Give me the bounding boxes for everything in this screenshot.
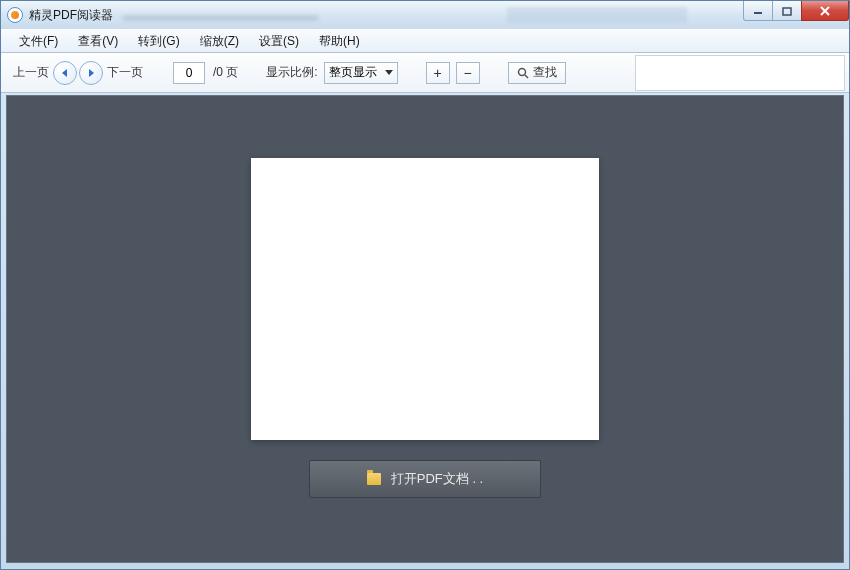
document-page <box>251 158 599 440</box>
open-pdf-button[interactable]: 打开PDF文档 . . <box>309 460 541 498</box>
zoom-select[interactable]: 整页显示 <box>324 62 398 84</box>
app-title: 精灵PDF阅读器 <box>29 7 113 24</box>
menu-zoom[interactable]: 缩放(Z) <box>190 30 249 53</box>
chevron-down-icon <box>385 70 393 75</box>
arrow-left-icon <box>59 67 71 79</box>
app-icon <box>7 7 23 23</box>
open-pdf-label: 打开PDF文档 . . <box>391 470 483 488</box>
zoom-in-button[interactable]: + <box>426 62 450 84</box>
svg-point-4 <box>518 68 525 75</box>
prev-page-button[interactable] <box>53 61 77 85</box>
title-blur-text: ▬▬▬▬▬▬▬▬▬▬▬▬▬▬▬ <box>123 8 507 23</box>
page-number-input[interactable] <box>173 62 205 84</box>
menu-settings[interactable]: 设置(S) <box>249 30 309 53</box>
arrow-right-icon <box>85 67 97 79</box>
menubar: 文件(F) 查看(V) 转到(G) 缩放(Z) 设置(S) 帮助(H) <box>1 29 849 53</box>
page-total-label: /0 页 <box>213 64 238 81</box>
titlebar: 精灵PDF阅读器 ▬▬▬▬▬▬▬▬▬▬▬▬▬▬▬ <box>1 1 849 29</box>
menu-file[interactable]: 文件(F) <box>9 30 68 53</box>
menu-goto[interactable]: 转到(G) <box>128 30 189 53</box>
right-panel <box>635 55 845 91</box>
close-button[interactable] <box>801 1 849 21</box>
maximize-button[interactable] <box>772 1 802 21</box>
zoom-value: 整页显示 <box>329 64 377 81</box>
folder-icon <box>367 473 381 485</box>
app-window: 精灵PDF阅读器 ▬▬▬▬▬▬▬▬▬▬▬▬▬▬▬ 文件(F) 查看(V) 转到(… <box>0 0 850 570</box>
content-area: 打开PDF文档 . . <box>6 95 844 563</box>
search-icon <box>517 67 529 79</box>
menu-view[interactable]: 查看(V) <box>68 30 128 53</box>
svg-rect-1 <box>783 8 791 15</box>
maximize-icon <box>782 6 792 16</box>
minimize-icon <box>753 6 763 16</box>
minimize-button[interactable] <box>743 1 773 21</box>
menu-help[interactable]: 帮助(H) <box>309 30 370 53</box>
close-icon <box>819 5 831 17</box>
window-controls <box>743 1 849 21</box>
next-page-button[interactable] <box>79 61 103 85</box>
zoom-out-button[interactable]: − <box>456 62 480 84</box>
prev-page-label: 上一页 <box>11 64 51 81</box>
search-button[interactable]: 查找 <box>508 62 566 84</box>
next-page-label: 下一页 <box>105 64 145 81</box>
nav-group: 上一页 下一页 <box>11 61 145 85</box>
search-label: 查找 <box>533 64 557 81</box>
zoom-label: 显示比例: <box>266 64 317 81</box>
svg-line-5 <box>525 75 528 78</box>
title-blur-box <box>507 7 687 23</box>
